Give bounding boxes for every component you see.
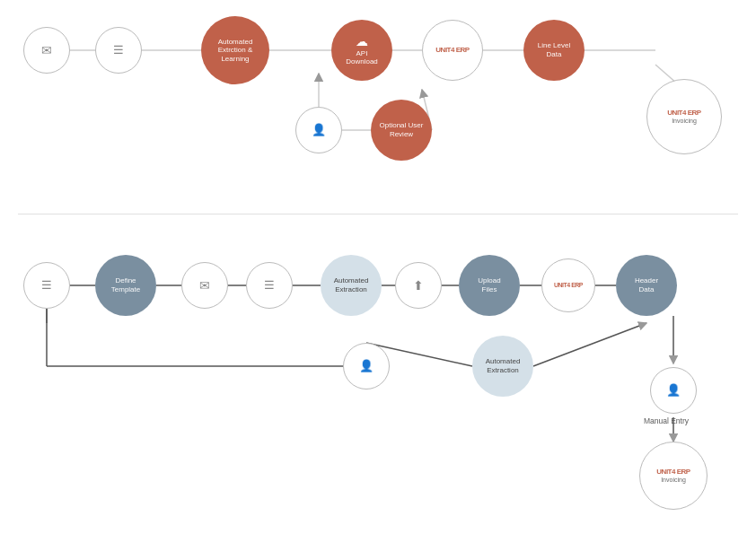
node-email-top: [23, 27, 70, 74]
node-doc-bottom: [246, 262, 293, 309]
node-upload: [395, 262, 442, 309]
divider-line: [18, 214, 738, 214]
node-label-definetemplate: DefineTemplate: [111, 276, 140, 293]
node-user-review: [295, 107, 342, 153]
unit4-erp-text-bottom: UNIT4 ERP: [554, 282, 583, 289]
envelope-icon: [41, 43, 52, 58]
node-unit4erp-invoicing-top: UNIT4 ERP Invoicing: [646, 79, 722, 154]
node-doc-top: [95, 27, 142, 74]
unit4-erp-text-top: UNIT4 ERP: [435, 46, 469, 55]
node-line-level-data: Line LevelData: [523, 20, 585, 81]
node-upload-files: UploadFiles: [459, 255, 520, 316]
node-user-bottom: [343, 343, 390, 390]
node-label-api: APIDownload: [346, 49, 378, 66]
user-icon-bottom: [359, 359, 374, 373]
node-optional-user-review: Optional UserReview: [371, 100, 432, 161]
doc-icon-top: [113, 43, 124, 57]
manual-entry-label: Manual Entry: [636, 416, 697, 426]
unit4-erp-inv-text-bottom: UNIT4 ERP: [656, 468, 690, 477]
diagram-container: AutomatedExtrction &Learning APIDownload…: [0, 0, 756, 534]
node-manual-entry-user: [650, 367, 697, 414]
node-automated-extraction-learning: AutomatedExtrction &Learning: [201, 16, 269, 84]
node-doc-bottom-start: [23, 262, 70, 309]
svg-line-22: [533, 323, 646, 366]
node-label-userreview: Optional UserReview: [380, 121, 424, 138]
node-label-headerdata: HeaderData: [635, 276, 658, 293]
node-label-autoextb: AutomatedExtraction: [334, 276, 369, 293]
node-automated-extraction-bottom: AutomatedExtraction: [321, 255, 382, 316]
cloud-icon-top: [356, 34, 368, 49]
user-icon-manual: [666, 383, 681, 398]
node-label-linelevel: Line LevelData: [538, 41, 570, 58]
node-unit4erp-top: UNIT4 ERP: [422, 20, 483, 81]
unit4-erp-inv-text-top: UNIT4 ERP: [667, 109, 700, 118]
envelope-icon-bottom: [199, 278, 210, 293]
node-automated-extraction-bottom2: AutomatedExtraction: [472, 336, 533, 397]
node-email-bottom: [181, 262, 228, 309]
node-define-template: DefineTemplate: [95, 255, 156, 316]
node-label-uploadfiles: UploadFiles: [478, 276, 500, 293]
node-api-download: APIDownload: [331, 20, 392, 81]
doc-icon-bottom-start: [41, 278, 52, 293]
node-label-autoext: AutomatedExtrction &Learning: [218, 38, 253, 64]
node-unit4erp-bottom: UNIT4 ERP: [541, 258, 595, 312]
upload-icon: [413, 278, 424, 293]
invoicing-label-bottom: Invoicing: [661, 477, 686, 484]
node-header-data: HeaderData: [616, 255, 677, 316]
node-label-autoextb2: AutomatedExtraction: [486, 357, 521, 374]
node-unit4erp-invoicing-bottom: UNIT4 ERP Invoicing: [639, 442, 708, 510]
doc-icon-bottom: [264, 278, 275, 293]
invoicing-label-top: Invoicing: [672, 118, 697, 125]
user-icon-review: [312, 123, 326, 137]
